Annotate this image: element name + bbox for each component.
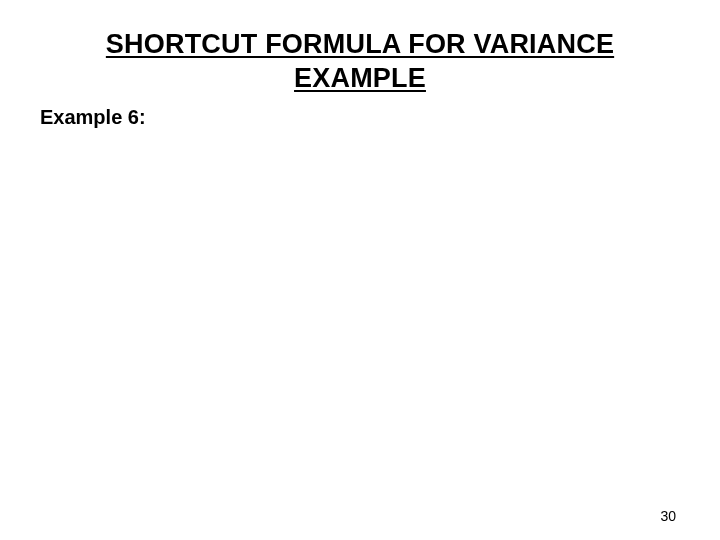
- slide-title: SHORTCUT FORMULA FOR VARIANCE EXAMPLE: [0, 28, 720, 96]
- page-number: 30: [660, 508, 676, 524]
- example-label: Example 6:: [40, 106, 146, 129]
- slide: SHORTCUT FORMULA FOR VARIANCE EXAMPLE Ex…: [0, 0, 720, 540]
